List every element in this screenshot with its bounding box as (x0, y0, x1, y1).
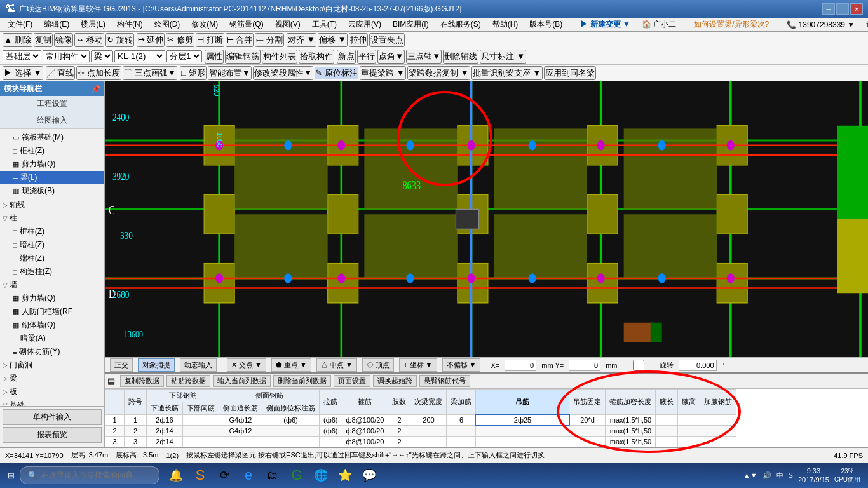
task-icon-2[interactable]: S (189, 464, 212, 487)
midpoint-btn[interactable]: △ 中点 ▼ (316, 358, 357, 372)
start-button[interactable]: ⊞ (3, 468, 20, 483)
common-component-dropdown[interactable]: 常用构件 (43, 50, 90, 62)
tree-item-cast-slab[interactable]: ▥现浇板(B) (0, 184, 104, 198)
search-input[interactable] (41, 471, 151, 480)
beam-id-dropdown[interactable]: KL-1(2) (114, 50, 165, 62)
row1-lower-original[interactable] (183, 415, 219, 426)
intersection-btn[interactable]: ✕ 交点 ▼ (227, 358, 266, 372)
row3-tie[interactable] (320, 437, 342, 447)
row2-tie[interactable]: (ф6) (320, 426, 342, 437)
taskbar-search[interactable]: 🔍 (20, 466, 159, 484)
row1-hanger-fix[interactable]: 20*d (569, 415, 606, 426)
row3-lower-through[interactable]: 2ф14 (147, 437, 183, 447)
menu-edit[interactable]: 编辑(E) (39, 18, 74, 31)
tree-group-column[interactable]: ▽柱 (0, 212, 104, 225)
menu-online[interactable]: 在线服务(S) (435, 18, 486, 31)
tree-item-end-col[interactable]: □端柱(Z) (0, 252, 104, 265)
tb-delete-btn[interactable]: ▲ 删除 (3, 33, 32, 47)
row1-lower-through[interactable]: 2ф16 (147, 415, 183, 426)
tb-stretch-btn[interactable]: 拉伸 (349, 33, 368, 47)
row2-haunch-l[interactable] (656, 426, 678, 437)
minimize-button[interactable]: ─ (822, 3, 835, 15)
tree-group-wall[interactable]: ▽墙 (0, 278, 104, 292)
tree-item-masonry-rebar[interactable]: ≡砌体功筋(Y) (0, 345, 104, 358)
row2-hanger[interactable] (476, 426, 569, 437)
tree-item-hidden-col[interactable]: □暗柱(Z) (0, 238, 104, 252)
close-button[interactable]: ✕ (850, 3, 863, 15)
row2-stirrup-dense[interactable]: max(1.5*h,50 (606, 426, 656, 437)
task-icon-9[interactable]: 💬 (358, 464, 381, 487)
row3-lower-original[interactable] (183, 437, 219, 447)
task-icon-1[interactable]: 🔔 (165, 464, 187, 487)
task-icon-5[interactable]: 🗂 (261, 464, 284, 487)
tb-mirror-btn[interactable]: 镜像 (54, 33, 73, 47)
row3-hanger-fix[interactable] (569, 437, 606, 447)
row1-haunch-rebar[interactable] (700, 415, 736, 426)
rotate-checkbox[interactable] (623, 360, 654, 371)
tree-group-door-window[interactable]: ▷门窗洞 (0, 358, 104, 372)
row1-stirrup[interactable]: ф8@100/20 (342, 415, 388, 426)
tb-break-btn[interactable]: ⊣ 打断 (196, 33, 224, 47)
sidebar-pin-icon[interactable]: 📌 (91, 85, 100, 93)
task-icon-4[interactable]: e (237, 464, 260, 487)
menu-bim[interactable]: BIM应用(I) (388, 18, 434, 31)
row2-side-original[interactable] (262, 426, 320, 437)
smart-layout-btn[interactable]: 智能布置▼ (208, 66, 252, 80)
row1-tie[interactable]: (ф6) (320, 415, 342, 426)
input-current-col-btn[interactable]: 输入当前列数据 (213, 375, 271, 387)
report-preview-btn[interactable]: 报表预览 (3, 427, 102, 443)
original-annotation-btn[interactable]: ✎ 原位标注 (315, 67, 358, 79)
tb-merge-btn[interactable]: ⊢ 合并 (226, 33, 254, 47)
tree-item-construct-col[interactable]: □构造柱(Z) (0, 265, 104, 278)
row3-haunch-h[interactable] (678, 437, 700, 447)
tb-trim-btn[interactable]: ✂ 修剪 (166, 33, 194, 47)
vertex-btn[interactable]: ◇ 顶点 (362, 358, 394, 372)
apply-same-name-btn[interactable]: 应用到同名梁 (544, 66, 596, 80)
tree-item-beam[interactable]: ─梁(L) (0, 171, 104, 184)
task-icon-6[interactable]: G (285, 464, 308, 487)
re-beam-span-btn[interactable]: 重提梁跨 ▼ (360, 66, 406, 80)
tree-item-frame-column-top[interactable]: □框柱(Z) (0, 144, 104, 158)
row1-legs[interactable]: 2 (388, 415, 410, 426)
dimension-btn[interactable]: 尺寸标注 ▼ (480, 50, 526, 64)
tray-ime[interactable]: 中 (776, 471, 783, 480)
rotate-input[interactable] (679, 360, 717, 371)
row3-beam-add[interactable] (447, 437, 476, 447)
canvas-drawing-area[interactable]: 2400 3920 330 2680 13600 C D 8633 (105, 81, 868, 357)
tb-align-btn[interactable]: 对齐 ▼ (287, 33, 316, 47)
menu-draw[interactable]: 绘图(D) (149, 18, 186, 31)
hanger-input[interactable] (476, 415, 569, 425)
menu-help[interactable]: 帮助(H) (487, 18, 524, 31)
point-angle-btn[interactable]: 点角▼ (377, 50, 405, 64)
tree-group-beam[interactable]: ▷梁 (0, 372, 104, 385)
point-length-btn[interactable]: ⊹ 点加长度 (76, 66, 121, 80)
tree-item-shear-wall-top[interactable]: ▦剪力墙(Q) (0, 158, 104, 171)
row2-sec-beam[interactable] (410, 426, 447, 437)
no-offset-btn[interactable]: 不偏移 ▼ (442, 358, 481, 372)
row2-haunch-h[interactable] (678, 426, 700, 437)
tb-extend-btn[interactable]: ↦ 延伸 (137, 33, 165, 47)
modify-beam-btn[interactable]: 修改梁段属性▼ (253, 66, 313, 80)
row1-side-through[interactable]: G4ф12 (219, 415, 262, 426)
swap-start-span-btn[interactable]: 调换起始跨 (373, 375, 417, 387)
row1-side-original[interactable]: (ф6) (262, 415, 320, 426)
menu-tools[interactable]: 工具(T) (307, 18, 342, 31)
table-scroll[interactable]: 跨号 下部钢筋 侧面钢筋 拉筋 箍筋 肢数 次梁宽度 梁加筋 吊筋 吊筋固定 箍 (105, 389, 868, 447)
menu-version[interactable]: 版本号(B) (524, 18, 567, 31)
tree-item-hidden-beam[interactable]: ─暗梁(A) (0, 332, 104, 345)
menu-guangxiao[interactable]: 🏠 广小二 (637, 18, 681, 31)
row3-haunch-rebar[interactable] (700, 437, 736, 447)
row1-beam-add[interactable]: 6 (447, 415, 476, 426)
tree-group-foundation[interactable]: ▽基础 (0, 398, 104, 406)
rect-btn[interactable]: □ 矩形 (180, 66, 207, 80)
menu-modify[interactable]: 修改(M) (186, 18, 223, 31)
row3-side-original[interactable] (262, 437, 320, 447)
component-list-btn[interactable]: 构件列表 (262, 50, 297, 64)
paste-span-data-btn[interactable]: 粘贴跨数据 (166, 375, 210, 387)
row3-haunch-l[interactable] (656, 437, 678, 447)
menu-cloud[interactable]: 云应用(V) (343, 18, 386, 31)
new-point-btn[interactable]: 新点 (337, 50, 356, 64)
maximize-button[interactable]: □ (836, 3, 849, 15)
row3-stirrup[interactable]: ф8@100/20 (342, 437, 388, 447)
row3-legs[interactable]: 2 (388, 437, 410, 447)
